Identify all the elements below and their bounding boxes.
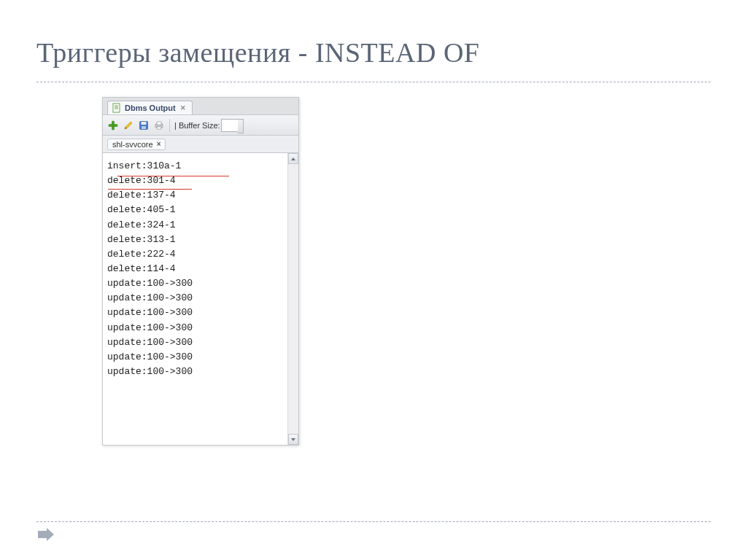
dbms-output-panel: Dbms Output ✕ xyxy=(102,97,299,446)
output-line: delete:313-1 xyxy=(107,233,283,247)
toolbar: | Buffer Size: xyxy=(103,115,298,136)
scroll-down-button[interactable] xyxy=(288,434,298,445)
slide-arrow-icon xyxy=(38,528,54,541)
output-line: update:100->300 xyxy=(107,291,283,306)
output-line: update:100->300 xyxy=(107,321,283,335)
output-line: update:100->300 xyxy=(107,306,283,320)
chevron-down-icon xyxy=(291,438,295,441)
svg-rect-5 xyxy=(109,124,117,126)
slide-title: Триггеры замещения - INSTEAD OF xyxy=(36,36,711,82)
svg-rect-9 xyxy=(142,122,147,125)
buffer-size-label: | Buffer Size: xyxy=(174,121,220,130)
output-line: delete:301-4 xyxy=(107,174,283,188)
output-line: delete:114-4 xyxy=(107,262,283,276)
svg-rect-10 xyxy=(142,126,146,129)
scroll-up-button[interactable] xyxy=(288,153,298,164)
output-line: update:100->300 xyxy=(107,276,283,291)
tab-label: Dbms Output xyxy=(125,104,176,112)
close-icon[interactable]: ✕ xyxy=(180,104,186,112)
vertical-scrollbar[interactable] xyxy=(287,153,298,445)
output-line: delete:405-1 xyxy=(107,203,283,217)
svg-rect-13 xyxy=(157,127,161,129)
print-button[interactable] xyxy=(152,118,166,133)
output-container: insert:310a-1 delete:301-4 delete:137-4 … xyxy=(103,153,298,445)
content-area: Dbms Output ✕ xyxy=(102,97,711,446)
output-line: insert:310a-1 xyxy=(107,159,283,174)
svg-rect-0 xyxy=(113,104,120,112)
output-line: update:100->300 xyxy=(107,335,283,350)
connection-tab-row: shl-svvcore × xyxy=(103,136,298,153)
panel-tab-row: Dbms Output ✕ xyxy=(103,98,298,115)
connection-label: shl-svvcore xyxy=(112,140,153,149)
output-line: delete:222-4 xyxy=(107,247,283,262)
dbms-output-tab[interactable]: Dbms Output ✕ xyxy=(107,101,193,114)
buffer-size-input[interactable] xyxy=(221,119,239,132)
output-line: update:100->300 xyxy=(107,365,283,379)
footer-divider xyxy=(36,521,711,522)
add-button[interactable] xyxy=(106,118,120,133)
output-text: insert:310a-1 delete:301-4 delete:137-4 … xyxy=(103,153,287,445)
close-icon[interactable]: × xyxy=(157,140,161,148)
output-line: update:100->300 xyxy=(107,350,283,365)
output-line: delete:137-4 xyxy=(107,188,283,203)
edit-button[interactable] xyxy=(121,118,136,133)
svg-rect-12 xyxy=(157,122,161,125)
svg-marker-14 xyxy=(38,528,54,541)
connection-tab[interactable]: shl-svvcore × xyxy=(107,139,166,150)
document-icon xyxy=(112,103,122,113)
save-button[interactable] xyxy=(136,118,151,133)
chevron-up-icon xyxy=(291,158,295,160)
scroll-track[interactable] xyxy=(288,164,298,434)
toolbar-separator xyxy=(169,119,170,132)
output-line: delete:324-1 xyxy=(107,218,283,233)
